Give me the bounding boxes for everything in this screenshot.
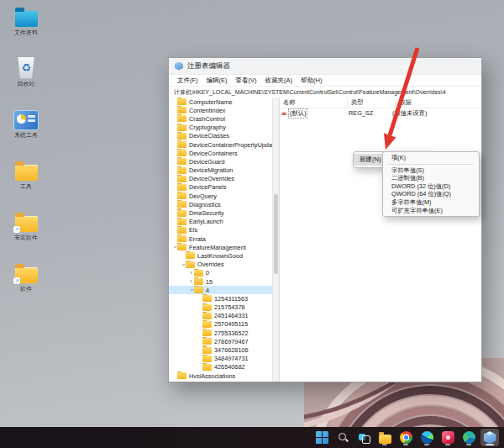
desktop-icon-teal-folder[interactable]: 文件资料	[3, 5, 49, 45]
submenu-item-4[interactable]: QWORD (64 位)值(Q)	[383, 190, 479, 198]
taskbar-icons	[312, 429, 499, 446]
taskbar-file-explorer-button[interactable]	[375, 429, 394, 446]
tree-node-2755336522[interactable]: 2755336522	[169, 329, 279, 337]
submenu-item-2[interactable]: 二进制值(B)	[383, 174, 479, 182]
tree-node-ContentIndex[interactable]: ContentIndex	[169, 106, 279, 114]
tree-node-Cryptography[interactable]: Cryptography	[169, 124, 279, 132]
submenu-item-1[interactable]: 字符串值(S)	[383, 166, 479, 175]
menu-bar: 文件(F)编辑(E)查看(V)收藏夹(A)帮助(H)	[169, 75, 481, 87]
desktop-icon-blue-app[interactable]: 系统工具	[3, 108, 49, 148]
tree-node-HvsiAssociations[interactable]: HvsiAssociations	[169, 372, 279, 380]
tree-node-label: DeviceContainers	[189, 150, 238, 157]
tree-node-CrashControl[interactable]: CrashControl	[169, 114, 279, 123]
window-titlebar[interactable]: 注册表编辑器	[169, 58, 481, 75]
submenu-item-5[interactable]: 多字符串值(M)	[383, 198, 479, 207]
tree-node-label: 3476628106	[214, 346, 249, 354]
folder-icon	[177, 98, 186, 105]
tree-node-LastKnownGood[interactable]: LastKnownGood	[169, 251, 279, 260]
tree-node-DevicePanels[interactable]: DevicePanels	[169, 183, 279, 192]
misc-folder-icon: ↗	[13, 261, 39, 284]
tree-node-DeviceGuard[interactable]: DeviceGuard	[169, 157, 279, 166]
tree-node-DevQuery[interactable]: DevQuery	[169, 192, 279, 200]
tree-node-426540682[interactable]: 426540682	[169, 363, 279, 372]
folder-icon	[177, 210, 186, 217]
running-indicator	[382, 444, 387, 445]
chevron-right-icon[interactable]: ›	[188, 269, 194, 277]
menubar-item-4[interactable]: 帮助(H)	[297, 75, 326, 86]
tree-node-label: DmaSecurity	[189, 209, 224, 217]
tree-node-label: 15	[206, 278, 213, 286]
taskbar-task-view-button[interactable]	[354, 429, 373, 446]
submenu-item-3[interactable]: DWORD (32 位)值(D)	[383, 182, 479, 191]
folder-icon	[177, 141, 186, 148]
column-header-0[interactable]: 名称	[280, 98, 348, 108]
tree-node-Els[interactable]: Els	[169, 226, 279, 235]
recycle-bin-icon: ♻	[17, 57, 35, 79]
tree-node-2570495115[interactable]: 2570495115	[169, 320, 279, 329]
tree-node-3484974731[interactable]: 3484974731	[169, 355, 279, 363]
desktop-icon-software-folder[interactable]: ↗安装软件	[3, 210, 49, 250]
file-explorer-icon	[379, 435, 391, 444]
value-row-default[interactable]: ab (默认) REG_SZ (数值未设置)	[280, 108, 481, 118]
desktop-icon-recycle-bin[interactable]: ♻回收站	[3, 56, 49, 97]
tree-node-2786979467[interactable]: 2786979467	[169, 337, 279, 345]
task-view-icon	[358, 431, 370, 444]
tree-node-DeviceMigration[interactable]: DeviceMigration	[169, 166, 279, 175]
tree-node-15[interactable]: ›15	[169, 277, 279, 286]
tree-node-DeviceContainers[interactable]: DeviceContainers	[169, 149, 279, 157]
column-header-2[interactable]: 数据	[396, 98, 481, 108]
tree-scrollbar-thumb[interactable]	[274, 194, 278, 274]
tree-node-Overrides[interactable]: ›Overrides	[169, 261, 279, 269]
tree-scrollbar[interactable]	[272, 98, 279, 382]
desktop-icon-misc-folder[interactable]: ↗软件	[3, 261, 49, 302]
taskbar-chrome-button[interactable]	[396, 429, 415, 446]
taskbar-search-button[interactable]	[333, 429, 352, 446]
menubar-item-1[interactable]: 编辑(E)	[202, 75, 232, 86]
tree-node-1254311563[interactable]: 1254311563	[169, 294, 279, 303]
tree-node-3476628106[interactable]: 3476628106	[169, 345, 279, 354]
desktop: 文件资料♻回收站系统工具工具↗安装软件↗软件 注册表编辑器 文件(F)编辑(E)…	[0, 0, 504, 448]
taskbar-start-button[interactable]	[312, 429, 331, 446]
tree-node-label: Errata	[189, 235, 206, 243]
tree-node-DeviceContainerPropertyUpda[interactable]: DeviceContainerPropertyUpda	[169, 140, 279, 149]
desktop-icon-tools-folder[interactable]: 工具	[3, 159, 49, 199]
tree-node-label: 215754378	[214, 303, 245, 311]
taskbar-app-teal-button[interactable]	[459, 429, 478, 446]
tree-node-DmaSecurity[interactable]: DmaSecurity	[169, 208, 279, 217]
tree-node-Diagnostics[interactable]: Diagnostics	[169, 200, 279, 208]
tree-node-Errata[interactable]: Errata	[169, 235, 279, 243]
folder-icon	[186, 252, 195, 259]
folder-icon	[177, 227, 186, 234]
tree-node-215754378[interactable]: 215754378	[169, 303, 279, 312]
submenu-item-0[interactable]: 项(K)	[383, 154, 479, 162]
menu-separator	[388, 164, 474, 165]
tree-node-FeatureManagement[interactable]: ›FeatureManagement	[169, 243, 279, 251]
tree-node-ComputerName[interactable]: ComputerName	[169, 98, 279, 106]
taskbar-app-red-button[interactable]	[438, 429, 457, 446]
tree-node-label: 2451464331	[214, 312, 249, 319]
address-bar[interactable]: 计算机\HKEY_LOCAL_MACHINE\SYSTEM\CurrentCon…	[169, 87, 481, 98]
tree-node-label: Diagnostics	[189, 201, 221, 208]
taskbar-edge-button[interactable]	[417, 429, 436, 446]
tree-node-2451464331[interactable]: 2451464331	[169, 312, 279, 320]
app-red-icon	[442, 431, 454, 444]
recycle-bin-icon: ♻	[13, 56, 39, 79]
menubar-item-3[interactable]: 收藏夹(A)	[261, 75, 297, 86]
submenu-item-6[interactable]: 可扩充字符串值(E)	[383, 207, 479, 215]
menubar-item-0[interactable]: 文件(F)	[173, 75, 202, 86]
folder-icon	[177, 158, 186, 165]
folder-icon	[194, 278, 203, 285]
tree-node-DeviceOverrides[interactable]: DeviceOverrides	[169, 175, 279, 183]
folder-icon	[202, 295, 212, 302]
tree-node-EarlyLaunch[interactable]: EarlyLaunch	[169, 218, 279, 226]
tree-node-4[interactable]: ›4	[169, 286, 279, 294]
folder-icon	[177, 107, 186, 113]
tree-node-0[interactable]: ›0	[169, 269, 279, 277]
tree-node-DeviceClasses[interactable]: DeviceClasses	[169, 132, 279, 140]
taskbar-registry-editor-button[interactable]	[480, 429, 499, 446]
taskbar	[0, 427, 504, 448]
column-header-1[interactable]: 类型	[348, 98, 396, 108]
menubar-item-2[interactable]: 查看(V)	[232, 75, 261, 86]
running-indicator	[424, 444, 429, 445]
chevron-right-icon[interactable]: ›	[188, 277, 194, 286]
